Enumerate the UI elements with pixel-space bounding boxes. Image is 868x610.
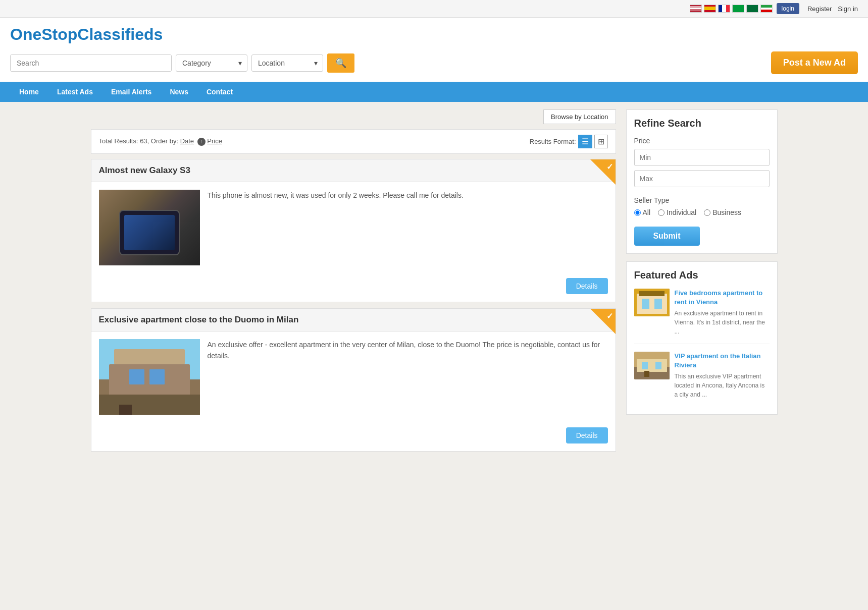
featured-desc-riviera: This an exclusive VIP apartment located … — [675, 373, 765, 398]
svg-rect-3 — [114, 349, 185, 364]
featured-item-riviera: VIP apartment on the Italian Riviera Thi… — [634, 352, 770, 407]
seller-individual-radio[interactable] — [658, 209, 665, 216]
featured-link-riviera[interactable]: VIP apartment on the Italian Riviera — [675, 352, 770, 370]
ad-title-galaxy: Almost new Galaxy S3 — [91, 159, 616, 182]
featured-ads-title: Featured Ads — [634, 269, 770, 281]
flag-fr[interactable] — [718, 5, 730, 13]
flag-es[interactable] — [704, 5, 716, 13]
results-header: Total Results: 63, Order by: Date ↑ Pric… — [91, 129, 616, 154]
svg-rect-7 — [119, 405, 132, 415]
search-input-wrap — [10, 54, 172, 72]
content-area: Browse by Location Total Results: 63, Or… — [91, 109, 616, 458]
search-bar: Category Location 🔍 Post a New Ad — [10, 51, 858, 74]
vienna-svg — [634, 289, 670, 316]
results-format: Results Format: ☰ ⊞ — [530, 135, 608, 148]
facebook-login-button[interactable]: login — [777, 3, 799, 14]
price-min-input[interactable] — [634, 149, 770, 166]
seller-all-label[interactable]: All — [634, 208, 651, 216]
riviera-svg — [634, 352, 670, 379]
refine-search-panel: Refine Search Price Seller Type All Indi… — [626, 109, 778, 254]
svg-rect-10 — [642, 299, 649, 309]
order-icon: ↑ — [197, 138, 206, 146]
navigation: Home Latest Ads Email Alerts News Contac… — [0, 82, 868, 102]
flag-us[interactable] — [690, 5, 702, 13]
featured-link-vienna[interactable]: Five bedrooms apartment to rent in Vienn… — [675, 289, 770, 307]
sidebar: Refine Search Price Seller Type All Indi… — [626, 109, 778, 458]
search-right: Post a New Ad — [761, 51, 858, 74]
signin-link[interactable]: Sign in — [838, 5, 858, 13]
seller-individual-text: Individual — [667, 208, 696, 216]
svg-rect-11 — [654, 299, 662, 309]
ad-card-galaxy: Almost new Galaxy S3 This phone is almos… — [91, 159, 616, 302]
ad-image-milan — [99, 339, 200, 415]
search-input[interactable] — [11, 55, 171, 71]
nav-latest-ads[interactable]: Latest Ads — [48, 82, 102, 102]
details-button-galaxy[interactable]: Details — [566, 278, 608, 294]
header: OneStopClassifieds Category Location 🔍 P… — [0, 18, 868, 82]
flag-br[interactable] — [732, 5, 744, 13]
svg-rect-4 — [99, 395, 200, 415]
register-link[interactable]: Register — [807, 5, 832, 13]
seller-all-text: All — [643, 208, 651, 216]
list-view-button[interactable]: ☰ — [578, 135, 592, 148]
location-select[interactable]: Location — [252, 55, 323, 71]
ad-description-milan: An exclusive offer - excellent apartment… — [208, 339, 608, 415]
seller-individual-label[interactable]: Individual — [658, 208, 696, 216]
featured-item-vienna: Five bedrooms apartment to rent in Vienn… — [634, 289, 770, 344]
svg-rect-17 — [655, 362, 661, 369]
site-title: OneStopClassifieds — [10, 25, 858, 44]
ad-footer-milan: Details — [91, 422, 616, 451]
browse-location-container: Browse by Location — [91, 109, 616, 124]
flag-ir[interactable] — [760, 5, 773, 13]
nav-contact[interactable]: Contact — [197, 82, 242, 102]
category-select-wrap: Category — [176, 54, 247, 72]
post-ad-button[interactable]: Post a New Ad — [771, 51, 858, 74]
featured-content-riviera: VIP apartment on the Italian Riviera Thi… — [675, 352, 770, 399]
nav-news[interactable]: News — [161, 82, 197, 102]
order-by-date[interactable]: Date — [180, 137, 194, 145]
phone-screen — [124, 215, 175, 250]
results-summary: Total Results: 63, Order by: Date ↑ Pric… — [99, 137, 222, 146]
ad-body-galaxy: This phone is almost new, it was used fo… — [91, 182, 616, 273]
ad-footer-galaxy: Details — [91, 273, 616, 302]
apt-svg — [99, 339, 200, 415]
browse-location-button[interactable]: Browse by Location — [543, 109, 616, 124]
format-label: Results Format: — [530, 138, 576, 145]
seller-type-label: Seller Type — [634, 196, 770, 204]
ad-card-milan: Exclusive apartment close to the Duomo i… — [91, 308, 616, 452]
category-select[interactable]: Category — [176, 55, 247, 71]
checkmark-badge-milan — [590, 309, 616, 334]
search-icon: 🔍 — [335, 58, 346, 68]
top-links: Register Sign in — [803, 5, 858, 13]
svg-rect-16 — [642, 362, 648, 369]
price-label: Price — [634, 137, 770, 145]
seller-business-label[interactable]: Business — [704, 208, 741, 216]
results-count: Total Results: 63, Order by: — [99, 137, 179, 145]
svg-rect-6 — [149, 369, 165, 384]
main-container: Browse by Location Total Results: 63, Or… — [81, 102, 788, 465]
grid-view-button[interactable]: ⊞ — [594, 135, 608, 148]
svg-rect-15 — [637, 359, 667, 372]
seller-business-text: Business — [712, 208, 741, 216]
checkmark-badge-galaxy — [590, 159, 616, 185]
seller-radio-group: All Individual Business — [634, 208, 770, 216]
svg-rect-18 — [644, 371, 649, 377]
ad-body-milan: An exclusive offer - excellent apartment… — [91, 331, 616, 422]
top-bar: login Register Sign in — [0, 0, 868, 18]
featured-content-vienna: Five bedrooms apartment to rent in Vienn… — [675, 289, 770, 336]
svg-rect-12 — [639, 291, 665, 296]
seller-all-radio[interactable] — [634, 209, 641, 216]
details-button-milan[interactable]: Details — [566, 427, 608, 443]
ad-image-galaxy — [99, 190, 200, 265]
order-by-price[interactable]: Price — [207, 137, 222, 145]
flag-sa[interactable] — [746, 5, 758, 13]
flag-icons — [690, 5, 773, 13]
submit-button[interactable]: Submit — [634, 227, 700, 246]
nav-home[interactable]: Home — [10, 82, 48, 102]
nav-email-alerts[interactable]: Email Alerts — [102, 82, 161, 102]
price-max-input[interactable] — [634, 170, 770, 187]
seller-business-radio[interactable] — [704, 209, 710, 216]
featured-thumb-riviera — [634, 352, 670, 379]
search-button[interactable]: 🔍 — [327, 53, 354, 73]
seller-type: Seller Type All Individual Business — [634, 196, 770, 216]
